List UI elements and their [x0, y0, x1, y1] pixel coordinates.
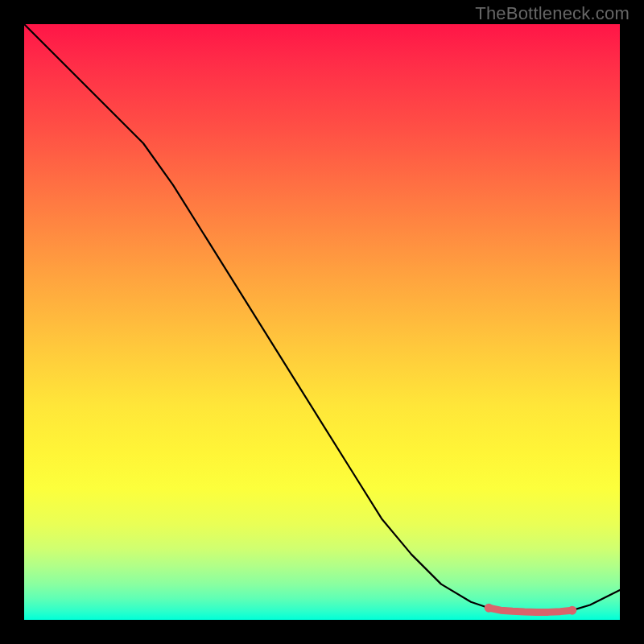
- target-marker-dot: [485, 604, 493, 613]
- target-marker-path: [489, 608, 572, 612]
- target-marker-dot: [568, 606, 576, 615]
- curve-svg: [24, 24, 620, 620]
- plot-area: [24, 24, 620, 620]
- target-marker-group: [485, 604, 577, 615]
- bottleneck-curve: [24, 24, 620, 612]
- chart-frame: TheBottleneck.com: [0, 0, 644, 644]
- watermark-text: TheBottleneck.com: [475, 3, 630, 24]
